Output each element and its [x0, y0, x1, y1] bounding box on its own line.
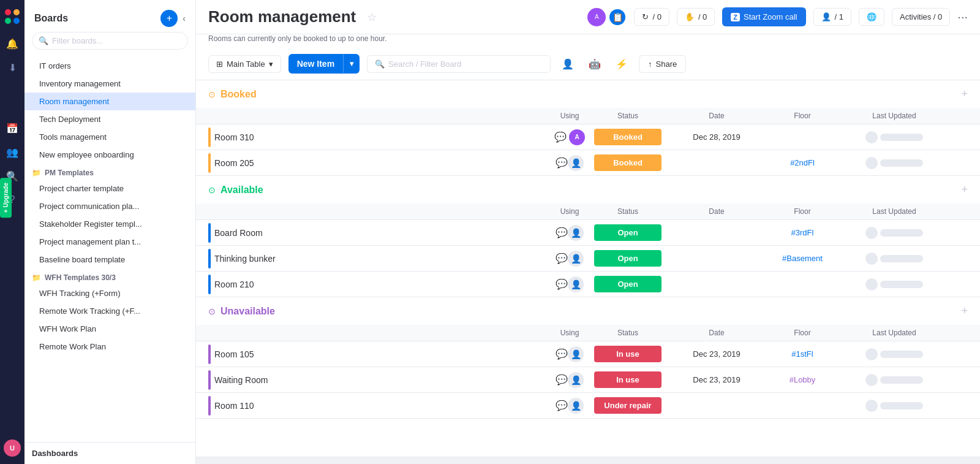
cell-floor[interactable]: #1stFl	[766, 349, 839, 359]
cell-floor[interactable]: #Lobby	[766, 375, 839, 384]
room-name[interactable]: Board Room	[214, 228, 263, 238]
topbar-icon-btn[interactable]: 📋	[608, 8, 627, 26]
row-name-cell: Room 210	[208, 272, 551, 297]
favorite-icon[interactable]: ☆	[367, 10, 377, 24]
column-headers-available: Using Status Date Floor Last Updated	[196, 203, 980, 220]
sidebar-item-baseline[interactable]: Baseline board template	[24, 251, 195, 268]
cell-using: 💬 👤	[551, 276, 588, 292]
chat-icon[interactable]: 💬	[556, 157, 568, 169]
filter-icon[interactable]: ⚡	[612, 56, 631, 72]
globe-icon-btn[interactable]: 🌐	[859, 8, 884, 26]
sidebar-item-project-comm[interactable]: Project communication pla...	[24, 197, 195, 215]
sidebar-section-pm-templates[interactable]: 📁 PM Templates	[24, 164, 195, 180]
zoom-call-button[interactable]: Z Start Zoom call	[722, 7, 805, 26]
hand-count-button[interactable]: ✋ / 0	[677, 8, 715, 26]
bell-icon[interactable]: 🔔	[6, 38, 18, 50]
team-icon[interactable]: 👥	[6, 146, 18, 158]
user-icon: 👤	[568, 276, 584, 292]
status-badge[interactable]: In use	[594, 371, 662, 388]
chat-icon[interactable]: 💬	[556, 227, 568, 238]
add-row-button-available[interactable]: +	[961, 183, 968, 196]
table-row: Room 110 💬 👤 Under repair	[196, 393, 980, 419]
room-name[interactable]: Waiting Room	[214, 375, 268, 385]
main-content: Room management ☆ A 📋 ↻ / 0 ✋ / 0 Z Star…	[196, 0, 980, 464]
sidebar-item-wfh-plan[interactable]: WFH Work Plan	[24, 320, 195, 338]
group-title-booked[interactable]: Booked	[221, 89, 257, 100]
group-chevron-unavailable[interactable]: ⊙	[208, 306, 216, 316]
horizontal-scrollbar[interactable]	[196, 457, 980, 464]
sidebar-item-inventory[interactable]: Inventory management	[24, 75, 195, 93]
calendar-icon[interactable]: 📅	[6, 123, 18, 134]
upgrade-button[interactable]: + Upgrade	[0, 178, 12, 218]
page-title: Room management	[208, 7, 356, 26]
view-label: Main Table	[227, 59, 265, 69]
sidebar-item-remote-plan[interactable]: Remote Work Plan	[24, 338, 195, 356]
status-badge[interactable]: Open	[594, 224, 662, 241]
refresh-count-button[interactable]: ↻ / 0	[634, 8, 669, 26]
status-badge[interactable]: Booked	[594, 129, 662, 145]
sidebar-item-stakeholder[interactable]: Stakeholder Register templ...	[24, 215, 195, 233]
cell-status: In use	[588, 346, 668, 362]
add-row-button-booked[interactable]: +	[961, 88, 968, 101]
sidebar-item-tools-management[interactable]: Tools management	[24, 128, 195, 146]
updated-circle	[865, 278, 878, 291]
filter-boards-input[interactable]: 🔍 Filter boards...	[32, 32, 188, 50]
sidebar-item-project-charter[interactable]: Project charter template	[24, 180, 195, 197]
group-title-unavailable[interactable]: Unavailable	[221, 306, 275, 317]
robot-icon[interactable]: 🤖	[585, 56, 605, 72]
room-name[interactable]: Room 310	[214, 132, 254, 142]
new-item-dropdown-arrow[interactable]: ▾	[343, 55, 360, 73]
col-using: Using	[551, 203, 588, 219]
search-icon: 🔍	[39, 36, 48, 45]
chat-icon[interactable]: 💬	[556, 253, 568, 264]
download-icon[interactable]: ⬇	[9, 62, 17, 74]
group-chevron-booked[interactable]: ⊙	[208, 89, 216, 99]
search-filter-board[interactable]: 🔍 Search / Filter Board	[367, 55, 551, 73]
activities-button[interactable]: Activities / 0	[892, 8, 950, 26]
cell-floor[interactable]: #2ndFl	[766, 158, 839, 167]
new-item-button[interactable]: New Item ▾	[288, 54, 360, 74]
sidebar-footer-dashboards[interactable]: Dashboards	[24, 442, 195, 464]
persons-count-button[interactable]: 👤 / 1	[813, 8, 851, 26]
person-filter-icon[interactable]: 👤	[558, 56, 578, 72]
status-badge[interactable]: Open	[594, 250, 662, 267]
sidebar-item-new-employee[interactable]: New employee onboarding	[24, 146, 195, 164]
sidebar-item-proj-mgmt-plan[interactable]: Project management plan t...	[24, 233, 195, 251]
sidebar-item-remote-tracking[interactable]: Remote Work Tracking (+F...	[24, 302, 195, 320]
room-name[interactable]: Room 105	[214, 349, 254, 359]
sidebar-item-it-orders[interactable]: IT orders	[24, 57, 195, 75]
add-board-button[interactable]: +	[160, 10, 178, 27]
user-avatar-cell[interactable]: A	[569, 129, 585, 145]
room-name[interactable]: Room 110	[214, 401, 254, 411]
status-badge[interactable]: Under repair	[594, 397, 662, 414]
chat-icon[interactable]: 💬	[556, 348, 568, 360]
chat-icon[interactable]: 💬	[556, 400, 568, 411]
view-selector-button[interactable]: ⊞ Main Table ▾	[208, 55, 281, 73]
sidebar-section-wfh-templates[interactable]: 📁 WFH Templates 30/3	[24, 268, 195, 284]
status-badge[interactable]: Booked	[594, 154, 662, 171]
user-icon: 👤	[568, 155, 584, 171]
group-header-booked: ⊙ Booked +	[196, 80, 980, 108]
more-options-button[interactable]: ···	[957, 10, 968, 24]
room-name[interactable]: Thinking bunker	[214, 254, 276, 264]
app-logo[interactable]	[3, 7, 21, 26]
chat-icon[interactable]: 💬	[554, 131, 567, 143]
cell-floor[interactable]: #3rdFl	[766, 228, 839, 237]
user-avatar[interactable]: U	[4, 439, 21, 457]
sidebar-item-wfh-tracking[interactable]: WFH Tracking (+Form)	[24, 284, 195, 302]
group-title-available[interactable]: Available	[221, 184, 263, 196]
user-avatar-topbar[interactable]: A	[587, 8, 606, 26]
collapse-sidebar-button[interactable]: ‹	[183, 13, 186, 23]
room-name[interactable]: Room 210	[214, 280, 254, 289]
chat-icon[interactable]: 💬	[556, 278, 568, 290]
add-row-button-unavailable[interactable]: +	[961, 305, 968, 318]
cell-floor[interactable]: #Basement	[766, 254, 839, 263]
share-button[interactable]: ↑ Share	[639, 55, 686, 73]
room-name[interactable]: Room 205	[214, 158, 254, 168]
status-badge[interactable]: In use	[594, 346, 662, 362]
group-chevron-available[interactable]: ⊙	[208, 185, 216, 195]
chat-icon[interactable]: 💬	[556, 374, 568, 386]
status-badge[interactable]: Open	[594, 276, 662, 292]
sidebar-item-tech-deployment[interactable]: Tech Deployment	[24, 110, 195, 128]
sidebar-item-room-management[interactable]: Room management	[24, 93, 195, 110]
